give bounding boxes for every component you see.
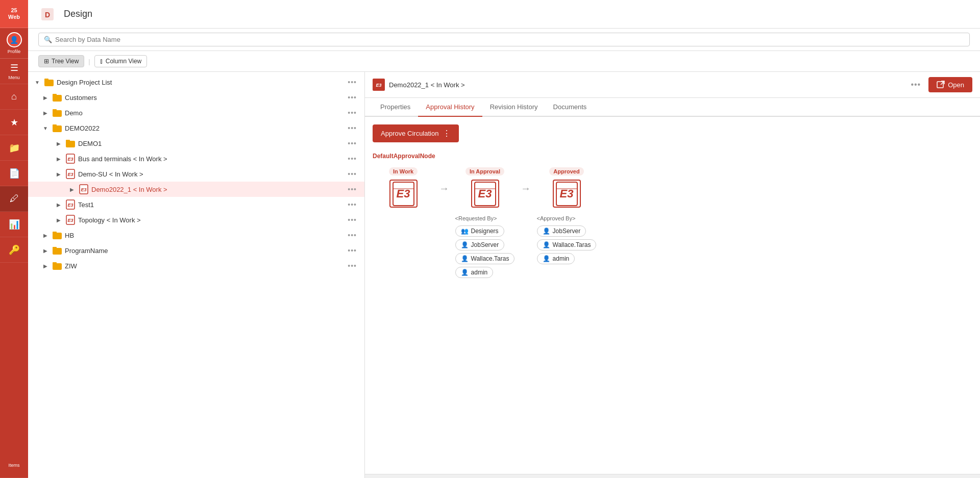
tree-item-ziw[interactable]: ▶ ZIW ••• [28, 258, 364, 273]
sidebar-item-chart[interactable]: 📊 [0, 212, 28, 237]
tab-revision-history[interactable]: Revision History [482, 98, 546, 117]
hb-more-btn[interactable]: ••• [345, 231, 359, 239]
search-input[interactable] [55, 36, 964, 43]
arrow-2: → [516, 167, 536, 194]
approval-node-label: DefaultApprovalNode [373, 153, 972, 160]
tree-item-demo2022-1[interactable]: ▶ E3 Demo2022_1 < In Work > ••• [28, 182, 364, 197]
tree-item-customers[interactable]: ▶ Customers ••• [28, 90, 364, 105]
folder-icon: 📁 [9, 142, 20, 154]
ziw-label: ZIW [65, 262, 345, 270]
approve-circulation-button[interactable]: Approve Circulation ⋮ [373, 124, 459, 142]
tree-item-test1[interactable]: ▶ E3 Test1 ••• [28, 197, 364, 212]
demo-su-expand[interactable]: ▶ [55, 170, 63, 178]
in-approval-users: 👥 Designers 👤 JobServer 👤 Wallace.Taras [455, 225, 515, 281]
demo-expand[interactable]: ▶ [41, 109, 50, 117]
svg-text:E3: E3 [81, 187, 86, 192]
bus-terminals-more-btn[interactable]: ••• [345, 155, 359, 163]
ziw-more-btn[interactable]: ••• [345, 262, 359, 270]
bus-terminals-expand[interactable]: ▶ [55, 155, 63, 163]
programname-more-btn[interactable]: ••• [345, 246, 359, 255]
demo2022-more-btn[interactable]: ••• [345, 124, 359, 132]
customers-expand[interactable]: ▶ [41, 93, 50, 102]
column-view-label: Column View [106, 58, 141, 65]
star-icon: ★ [10, 117, 18, 128]
design-icon: D [40, 7, 55, 21]
tree-item-demo-su[interactable]: ▶ E3 Demo-SU < In Work > ••• [28, 166, 364, 182]
demo2022-expand[interactable]: ▼ [41, 124, 50, 132]
menu-label: Menu [8, 75, 20, 80]
sidebar-nav: 25 Web 👤 Profile ☰ Menu ⌂ ★ 📁 📄 🖊 📊 🔑 It… [0, 0, 28, 478]
user-chip-designers[interactable]: 👥 Designers [455, 225, 504, 237]
hb-expand[interactable]: ▶ [41, 231, 50, 239]
tab-approval-history[interactable]: Approval History [418, 98, 482, 117]
user-chip-admin-1[interactable]: 👤 admin [455, 267, 494, 278]
sidebar-item-menu[interactable]: ☰ Menu [0, 59, 28, 84]
topology-more-btn[interactable]: ••• [345, 216, 359, 224]
topology-expand[interactable]: ▶ [55, 216, 63, 224]
user-chip-admin-2[interactable]: 👤 admin [537, 253, 575, 264]
app-logo: 25 Web [0, 0, 28, 28]
customers-more-btn[interactable]: ••• [345, 93, 359, 102]
sidebar-item-items[interactable]: Items [0, 452, 28, 478]
programname-expand[interactable]: ▶ [41, 246, 50, 255]
demo1-label: DEMO1 [78, 140, 345, 147]
svg-rect-11 [66, 140, 70, 142]
profile-section[interactable]: 👤 Profile [0, 28, 28, 59]
sidebar-item-home[interactable]: ⌂ [0, 84, 28, 110]
demo-su-more-btn[interactable]: ••• [345, 170, 359, 178]
svg-rect-27 [53, 262, 57, 264]
svg-rect-23 [53, 232, 57, 234]
search-bar[interactable]: 🔍 [38, 33, 970, 46]
tree-view-button[interactable]: ⊞ Tree View [38, 55, 84, 67]
test1-more-btn[interactable]: ••• [345, 200, 359, 209]
tree-item-topology[interactable]: ▶ E3 Topology < In Work > ••• [28, 212, 364, 228]
tab-properties[interactable]: Properties [373, 98, 418, 117]
ziw-expand[interactable]: ▶ [41, 262, 50, 270]
svg-text:E3: E3 [67, 203, 73, 208]
tab-content: Approve Circulation ⋮ DefaultApprovalNod… [365, 117, 980, 474]
demo2022-1-more-btn[interactable]: ••• [345, 185, 359, 193]
tab-documents[interactable]: Documents [546, 98, 595, 117]
topology-label: Topology < In Work > [78, 216, 345, 224]
detail-more-btn[interactable]: ••• [911, 80, 921, 89]
tree-item-demo1[interactable]: ▶ DEMO1 ••• [28, 136, 364, 151]
tree-item-demo[interactable]: ▶ Demo ••• [28, 105, 364, 120]
flow-stage-in-approval: In Approval E3 <Requested By> [454, 167, 516, 281]
wallace-1-label: Wallace.Taras [471, 255, 509, 262]
sidebar-item-active[interactable]: 🖊 [0, 186, 28, 212]
test1-expand[interactable]: ▶ [55, 200, 63, 209]
svg-text:E3: E3 [67, 172, 73, 177]
tree-root[interactable]: ▼ Design Project List ••• [28, 74, 364, 90]
column-view-button[interactable]: ⫿ Column View [94, 55, 147, 67]
detail-header-icon: E3 [373, 79, 385, 91]
tree-item-hb[interactable]: ▶ HB ••• [28, 228, 364, 243]
user-chip-wallace-taras-2[interactable]: 👤 Wallace.Taras [537, 239, 597, 250]
ziw-folder-icon [52, 261, 62, 271]
root-expand[interactable]: ▼ [33, 78, 41, 86]
profile-label: Profile [8, 49, 21, 54]
admin-1-label: admin [471, 269, 488, 276]
tree-item-bus-terminals[interactable]: ▶ E3 Bus and terminals < In Work > ••• [28, 151, 364, 166]
approve-circulation-label: Approve Circulation [381, 130, 438, 137]
sidebar-item-key[interactable]: 🔑 [0, 237, 28, 263]
sidebar-item-star[interactable]: ★ [0, 110, 28, 135]
demo1-more-btn[interactable]: ••• [345, 139, 359, 147]
sidebar-item-doc[interactable]: 📄 [0, 161, 28, 186]
user-chip-jobserver-1[interactable]: 👤 JobServer [455, 239, 505, 250]
user-chip-jobserver-2[interactable]: 👤 JobServer [537, 225, 586, 237]
tree-item-programname[interactable]: ▶ ProgramName ••• [28, 243, 364, 258]
tree-item-demo2022[interactable]: ▼ DEMO2022 ••• [28, 120, 364, 136]
detail-title: Demo2022_1 < In Work > [389, 81, 911, 89]
demo-label: Demo [65, 109, 345, 117]
chart-icon: 📊 [9, 219, 20, 230]
root-more-btn[interactable]: ••• [345, 78, 359, 86]
demo1-expand[interactable]: ▶ [55, 139, 63, 147]
bottom-scrollbar[interactable] [365, 474, 980, 478]
user-chip-wallace-taras-1[interactable]: 👤 Wallace.Taras [455, 253, 515, 264]
page-title: Design [64, 9, 92, 19]
open-button[interactable]: Open [928, 77, 972, 92]
demo2022-1-expand[interactable]: ▶ [68, 185, 76, 193]
sidebar-item-folder[interactable]: 📁 [0, 135, 28, 161]
jobserver-2-label: JobServer [553, 228, 581, 235]
demo-more-btn[interactable]: ••• [345, 109, 359, 117]
